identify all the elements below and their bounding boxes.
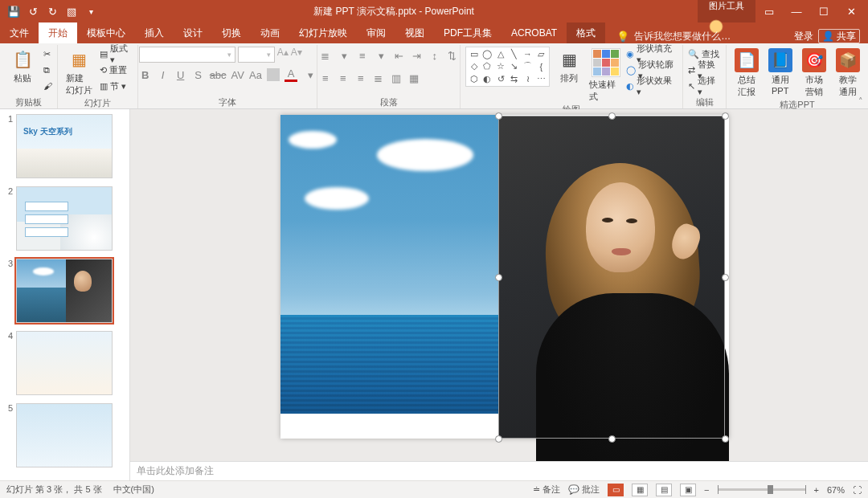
sky-image[interactable] — [280, 115, 499, 414]
shape-effects-button[interactable]: ◐形状效果 ▾ — [626, 79, 678, 93]
tab-design[interactable]: 设计 — [174, 22, 212, 43]
align-right-icon[interactable]: ≡ — [354, 72, 367, 84]
resize-handle-ne[interactable] — [722, 112, 729, 120]
thumb-4[interactable]: 4 — [2, 331, 128, 395]
align-left-icon[interactable]: ≡ — [319, 72, 332, 84]
numbering-icon[interactable]: ≡ — [356, 50, 369, 62]
decrease-font-icon[interactable]: A▾ — [291, 47, 302, 63]
minimize-icon[interactable]: — — [783, 2, 810, 20]
bold-button[interactable]: B — [139, 69, 152, 81]
thumb-2[interactable]: 2 — [2, 186, 128, 251]
select-button[interactable]: ↖选择 ▾ — [688, 79, 721, 93]
copy-button[interactable]: ⧉ — [43, 63, 52, 77]
resize-handle-e[interactable] — [722, 274, 729, 281]
format-painter-button[interactable]: 🖌 — [43, 79, 52, 93]
notes-toggle[interactable]: ≐ 备注 — [533, 484, 560, 496]
contextual-tool-tab[interactable]: 图片工具 — [698, 0, 755, 22]
canvas-area[interactable]: ⟳ — [130, 109, 868, 461]
char-spacing-button[interactable]: AV — [231, 69, 244, 81]
resize-handle-sw[interactable] — [495, 435, 502, 443]
maximize-icon[interactable]: ☐ — [810, 2, 837, 20]
bullets-icon[interactable]: ≣ — [319, 50, 332, 62]
change-case-button[interactable]: Aa — [249, 69, 262, 81]
font-color-button[interactable]: A — [285, 67, 297, 82]
smartart-icon[interactable]: ▦ — [407, 72, 420, 84]
ribbon-display-options-icon[interactable]: ▭ — [755, 2, 783, 20]
zoom-level[interactable]: 67% — [827, 485, 845, 495]
font-size-combo[interactable]: ▾ — [238, 47, 275, 63]
columns-icon[interactable]: ▥ — [390, 72, 403, 84]
comments-toggle[interactable]: 💬 批注 — [568, 484, 600, 496]
thumb-1[interactable]: 1Sky 天空系列 — [2, 114, 128, 178]
group-clipboard: 📋 粘贴 ✂ ⧉ 🖌 剪贴板 — [0, 45, 58, 108]
tab-template-center[interactable]: 模板中心 — [77, 22, 135, 43]
shapes-gallery[interactable]: ▭◯△╲→▱ ◇⬠☆↘⌒{ ⬡◐↺⇆≀⋯ — [465, 47, 549, 87]
notes-pane[interactable]: 单击此处添加备注 — [130, 461, 868, 480]
tab-file[interactable]: 文件 — [0, 22, 39, 43]
increase-indent-icon[interactable]: ⇥ — [411, 50, 424, 62]
tab-acrobat[interactable]: ACROBAT — [502, 22, 567, 43]
qat-more-icon[interactable]: ▾ — [82, 2, 100, 20]
resize-handle-w[interactable] — [495, 274, 502, 281]
featured-marketing[interactable]: 🎯市场 营销 — [799, 47, 829, 98]
fit-to-window-icon[interactable]: ⛶ — [853, 485, 862, 495]
section-button[interactable]: ▥节 ▾ — [100, 79, 133, 93]
close-icon[interactable]: ✕ — [837, 2, 865, 20]
align-center-icon[interactable]: ≡ — [337, 72, 350, 84]
resize-handle-nw[interactable] — [495, 112, 502, 120]
justify-icon[interactable]: ≣ — [372, 72, 385, 84]
share-button[interactable]: 👤共享 — [818, 29, 860, 43]
shadow-button[interactable]: S — [192, 69, 205, 81]
tab-picture-format[interactable]: 格式 — [567, 22, 605, 43]
strike-button[interactable]: abc — [210, 69, 227, 81]
zoom-out-button[interactable]: − — [704, 485, 709, 495]
italic-button[interactable]: I — [157, 69, 170, 81]
quick-styles-button[interactable]: 快速样式 — [589, 47, 623, 103]
slide-counter[interactable]: 幻灯片 第 3 张， 共 5 张 — [6, 484, 102, 496]
tell-me[interactable]: 💡 告诉我您想要做什么… — [616, 30, 731, 43]
font-family-combo[interactable]: ▾ — [139, 47, 235, 63]
sorter-view-button[interactable]: ▦ — [632, 484, 648, 496]
thumb-3[interactable]: 3 — [2, 259, 128, 323]
normal-view-button[interactable]: ▭ — [608, 484, 624, 496]
resize-handle-se[interactable] — [722, 435, 729, 443]
cut-button[interactable]: ✂ — [43, 47, 52, 61]
reset-button[interactable]: ⟲重置 — [100, 63, 133, 77]
language-indicator[interactable]: 中文(中国) — [113, 484, 154, 496]
featured-summary[interactable]: 📄总结 汇报 — [731, 47, 762, 98]
featured-teaching[interactable]: 📦教学 通用 — [833, 47, 863, 98]
slideshow-view-button[interactable]: ▣ — [680, 484, 696, 496]
tab-view[interactable]: 视图 — [395, 22, 434, 43]
resize-handle-n[interactable] — [608, 112, 616, 120]
save-icon[interactable]: 💾 — [5, 2, 23, 20]
decrease-indent-icon[interactable]: ⇤ — [393, 50, 406, 62]
tab-review[interactable]: 审阅 — [357, 22, 395, 43]
tab-slideshow[interactable]: 幻灯片放映 — [289, 22, 357, 43]
zoom-slider[interactable] — [718, 488, 806, 491]
underline-button[interactable]: U — [174, 69, 187, 81]
reading-view-button[interactable]: ▤ — [656, 484, 672, 496]
featured-general[interactable]: 📘通用 PPT — [765, 47, 796, 96]
paste-button[interactable]: 📋 粘贴 — [5, 47, 40, 84]
tab-animation[interactable]: 动画 — [251, 22, 289, 43]
undo-icon[interactable]: ↺ — [24, 2, 42, 20]
tell-me-label: 告诉我您想要做什么… — [634, 30, 731, 43]
resize-handle-s[interactable] — [608, 435, 616, 443]
tab-pdf-tools[interactable]: PDF工具集 — [434, 22, 502, 43]
collapse-ribbon-icon[interactable]: ˄ — [858, 96, 863, 107]
new-slide-button[interactable]: ▦ 新建 幻灯片 — [63, 47, 96, 96]
start-from-beginning-icon[interactable]: ▧ — [63, 2, 80, 20]
line-spacing-icon[interactable]: ↕ — [428, 50, 441, 62]
tab-home[interactable]: 开始 — [39, 22, 77, 43]
increase-font-icon[interactable]: A▴ — [277, 47, 289, 63]
tab-transition[interactable]: 切换 — [212, 22, 251, 43]
arrange-button[interactable]: ▦排列 — [553, 47, 587, 84]
redo-icon[interactable]: ↻ — [43, 2, 61, 20]
signin-link[interactable]: 登录 — [794, 30, 813, 43]
tab-insert[interactable]: 插入 — [135, 22, 174, 43]
layout-button[interactable]: ▤版式 ▾ — [100, 47, 133, 61]
zoom-in-button[interactable]: + — [814, 485, 819, 495]
thumb-5[interactable]: 5 — [2, 403, 128, 467]
text-direction-icon[interactable]: ⇅ — [446, 50, 459, 62]
group-paragraph: ≣▾ ≡▾ ⇤ ⇥ ↕ ⇅ ≡ ≡ ≡ ≣ ▥ ▦ 段落 — [317, 45, 461, 108]
